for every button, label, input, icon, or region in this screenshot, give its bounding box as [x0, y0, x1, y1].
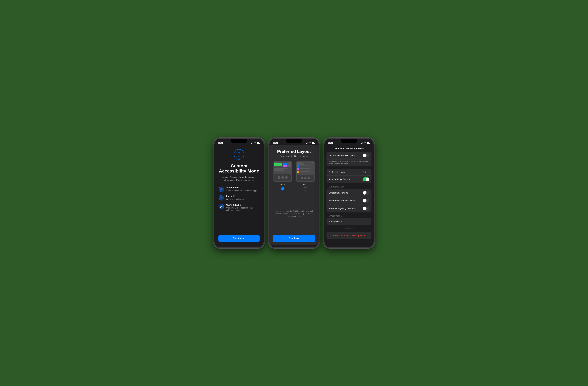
time-phone3: 09:41	[328, 142, 333, 144]
reset-button-group: Reset Custom Accessibility Mode	[327, 232, 372, 239]
feature-customizable-title: Customizable	[226, 204, 260, 206]
layout-volume-group: Preferred Layout Grids › Allow Volume Bu…	[327, 169, 372, 183]
settings-header: Custom Accessibility Mode	[324, 145, 374, 152]
toggle-knob-keypad	[363, 191, 366, 195]
emergency-keypad-row: Emergency Keypad	[327, 189, 372, 197]
grids-option[interactable]: Grids	[273, 161, 293, 190]
feature-large-desc: Large text and controls.	[226, 198, 247, 200]
grids-preview	[273, 161, 292, 182]
mute-button-3	[323, 154, 324, 159]
mute-button-2	[268, 154, 269, 159]
bar4-2	[308, 142, 308, 143]
accessibility-mode-helper: While enabled, Custom Accessibility Mode…	[327, 160, 372, 166]
emergency-keypad-toggle[interactable]	[363, 191, 369, 195]
battery-fill	[257, 142, 259, 143]
emergency-services-row: Emergency Services Button	[327, 197, 372, 205]
battery-icon-3	[367, 142, 370, 143]
show-emergency-contacts-toggle[interactable]	[363, 206, 369, 211]
phone-1: 09:41	[213, 138, 265, 248]
bar2-2	[306, 143, 307, 143]
feature-streamlined-text: Streamlined Streamlined home screen and …	[226, 186, 258, 192]
status-icons-phone1	[251, 142, 260, 144]
home-indicator-2	[285, 246, 303, 246]
volume-up-button-2	[268, 161, 269, 169]
manage-apps-row[interactable]: Manage Apps ›	[327, 218, 372, 225]
battery-fill-2	[312, 142, 314, 143]
emergency-sos-label: EMERGENCY SOS	[327, 186, 372, 189]
volume-down-button-2	[268, 171, 269, 179]
grids-mockup	[273, 161, 292, 182]
battery-icon-2	[312, 142, 315, 143]
feature-customizable: Customizable Customizable to accommodate…	[218, 204, 260, 211]
status-bar-phone3: 09:41	[324, 139, 374, 145]
welcome-subtitle: Custom Accessibility Mode creates a stre…	[218, 176, 260, 182]
layout-note: Other preferences like Text Size, Dark M…	[273, 193, 315, 235]
feature-customizable-desc: Customizable to accommodate different ne…	[226, 207, 260, 211]
status-icons-phone2	[306, 142, 315, 144]
svg-point-10	[221, 206, 222, 207]
grids-radio[interactable]	[281, 187, 284, 190]
preferred-layout-row[interactable]: Preferred Layout Grids ›	[327, 169, 372, 176]
accessibility-mode-toggle[interactable]	[363, 153, 369, 158]
lists-mockup	[296, 161, 315, 182]
accessibility-mode-row: Custom Accessibility Mode	[327, 152, 372, 160]
get-started-button[interactable]: Get Started	[218, 235, 260, 242]
grid-cell-2	[283, 163, 287, 165]
grid-cell-4	[283, 165, 287, 167]
reset-button[interactable]: Reset Custom Accessibility Mode	[327, 232, 372, 239]
layout-subtitle: Rows = words, Grids = images	[280, 155, 308, 157]
emergency-services-toggle[interactable]	[363, 199, 369, 203]
home-indicator-1	[231, 246, 248, 246]
bar2-3	[361, 143, 362, 143]
allow-volume-toggle[interactable]	[363, 177, 369, 182]
phone1-main: Custom Accessibility Mode Custom Accessi…	[214, 145, 264, 245]
chevron-manage-apps: ›	[369, 220, 369, 223]
grid-cell-5	[287, 165, 291, 167]
volume-down-button	[213, 171, 214, 179]
chevron-preferred-layout: ›	[369, 171, 369, 173]
grids-label: Grids	[280, 183, 285, 186]
svg-line-3	[238, 155, 239, 157]
bar1-3	[360, 143, 361, 143]
grid-cell-1	[274, 163, 283, 166]
feature-large-ui: A Large UI Large text and controls.	[218, 195, 260, 201]
layout-title: Preferred Layout	[277, 149, 311, 154]
bar1	[251, 143, 251, 143]
time-phone2: 09:41	[273, 142, 278, 144]
toggle-knob-services	[363, 199, 366, 203]
feature-customizable-text: Customizable Customizable to accommodate…	[226, 204, 260, 211]
phone-2: 09:41 Preferred	[268, 138, 320, 248]
mute-button	[213, 154, 214, 159]
toggle-icon	[218, 204, 224, 209]
lists-radio[interactable]	[304, 187, 307, 190]
phone1-content: Custom Accessibility Mode Custom Accessi…	[214, 145, 264, 247]
phones-container: 09:41	[213, 138, 375, 248]
toggle-knob-volume	[366, 178, 369, 181]
bar1-2	[306, 143, 306, 143]
svg-line-4	[239, 155, 240, 157]
lists-option[interactable]: Lists	[295, 161, 315, 190]
preferred-layout-label: Preferred Layout	[329, 171, 345, 174]
bar4-3	[362, 142, 363, 143]
home-icon	[218, 186, 224, 192]
volume-up-button	[213, 161, 214, 169]
bar3-3	[362, 142, 362, 143]
accessibility-icon	[234, 149, 244, 160]
feature-streamlined-desc: Streamlined home screen and apps.	[226, 189, 258, 192]
feature-large-text: Large UI Large text and controls.	[226, 195, 247, 200]
allow-volume-label: Allow Volume Buttons	[329, 178, 350, 181]
grid-row-1	[274, 163, 291, 167]
applications-label: APPLICATIONS	[327, 215, 372, 218]
phone2-main: Preferred Layout Rows = words, Grids = i…	[269, 145, 319, 245]
accessibility-mode-group: Custom Accessibility Mode While enabled,…	[327, 152, 372, 166]
show-emergency-contacts-row: Show Emergency Contacts	[327, 205, 372, 212]
wifi-icon-2	[309, 142, 311, 144]
status-icons-phone3	[360, 142, 370, 144]
continue-button[interactable]: Continue	[273, 235, 315, 242]
feature-large-title: Large UI	[226, 195, 247, 198]
large-ui-icon: A	[218, 195, 224, 201]
manage-apps-label: Manage Apps	[329, 220, 342, 223]
emergency-services-label: Emergency Services Button	[329, 200, 356, 202]
wifi-icon	[254, 142, 256, 144]
emergency-keypad-label: Emergency Keypad	[329, 192, 348, 194]
